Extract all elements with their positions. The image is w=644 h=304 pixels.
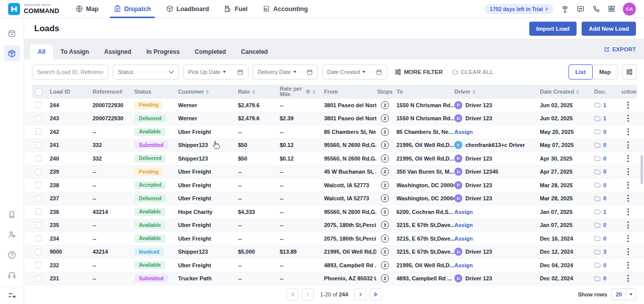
import-load-button[interactable]: Import Load bbox=[529, 22, 577, 36]
rows-per-page-select[interactable]: 20 bbox=[611, 288, 636, 300]
row-actions-menu-button[interactable] bbox=[624, 113, 632, 123]
delivery-date-filter[interactable]: Delivery Date bbox=[253, 64, 318, 80]
row-actions-menu-button[interactable] bbox=[624, 273, 632, 283]
driver-name-link[interactable]: Assign bbox=[454, 262, 473, 268]
chat-icon[interactable] bbox=[577, 5, 585, 13]
last-page-button[interactable] bbox=[370, 288, 382, 300]
sidebar-collapse-toggle[interactable] bbox=[0, 287, 24, 304]
driver-name-link[interactable]: Driver 123 bbox=[465, 195, 492, 201]
previous-page-button[interactable] bbox=[302, 288, 314, 300]
table-scrollbar[interactable] bbox=[640, 155, 643, 184]
load-row[interactable]: 237 -- Delivered Uber Freight -- -- Walc… bbox=[24, 192, 644, 206]
load-row[interactable]: 9000 43214 Invoiced Shipper123 $5,000 $1… bbox=[24, 246, 644, 259]
tab-in-progress[interactable]: In Progress bbox=[139, 44, 187, 59]
sidebar-item-support[interactable] bbox=[4, 267, 20, 283]
load-row[interactable]: 243 2000722930 Delivered Werner $2,479.6… bbox=[24, 112, 644, 126]
view-list-button[interactable]: List bbox=[569, 64, 593, 80]
load-row[interactable]: 234 -- Available Uber Freight -- -- 2075… bbox=[24, 232, 644, 246]
nav-item-loadboard[interactable]: Loadboard bbox=[166, 0, 209, 18]
row-checkbox[interactable] bbox=[35, 155, 42, 162]
brand[interactable]: TRUCKER PATH COMMAND bbox=[0, 3, 69, 15]
tab-to-assign[interactable]: To Assign bbox=[53, 44, 97, 59]
row-actions-menu-button[interactable] bbox=[624, 180, 632, 190]
date-created-filter[interactable]: Date Created bbox=[322, 64, 387, 80]
doc-count-link[interactable]: 1 bbox=[603, 115, 606, 121]
nav-item-dispatch[interactable]: Dispatch bbox=[114, 0, 151, 18]
select-all-checkbox[interactable] bbox=[35, 89, 42, 95]
apps-grid-icon[interactable] bbox=[608, 5, 615, 13]
driver-name-link[interactable]: chenfrank613+c Driver bbox=[465, 142, 525, 148]
sidebar-item-drivers[interactable] bbox=[4, 226, 20, 243]
user-avatar[interactable]: CA bbox=[623, 3, 636, 16]
nav-item-fuel[interactable]: Fuel bbox=[224, 0, 248, 18]
row-checkbox[interactable] bbox=[35, 102, 42, 108]
sidebar-item-schedule[interactable] bbox=[4, 25, 20, 41]
load-row[interactable]: 232 -- Available Uber Freight -- -- 4893… bbox=[24, 259, 644, 272]
driver-name-link[interactable]: Assign bbox=[454, 209, 473, 215]
row-actions-menu-button[interactable] bbox=[624, 220, 632, 230]
column-header-customer[interactable]: Customer bbox=[178, 89, 238, 95]
nav-item-map[interactable]: Map bbox=[75, 0, 99, 18]
load-row[interactable]: 239 -- Pending Uber Freight -- -- 45 W B… bbox=[24, 166, 644, 179]
doc-count-link[interactable]: 1 bbox=[603, 102, 606, 108]
doc-count-link[interactable]: 0 bbox=[603, 142, 606, 148]
phone-icon[interactable] bbox=[592, 5, 600, 13]
driver-name-link[interactable]: Driver 12345 bbox=[465, 169, 498, 175]
first-page-button[interactable] bbox=[286, 288, 298, 300]
column-header-driver[interactable]: Driver bbox=[454, 89, 540, 95]
row-checkbox[interactable] bbox=[35, 142, 42, 148]
row-actions-menu-button[interactable] bbox=[624, 260, 632, 270]
driver-name-link[interactable]: Assign bbox=[454, 222, 473, 228]
view-map-button[interactable]: Map bbox=[592, 64, 618, 80]
tab-all[interactable]: All bbox=[30, 44, 53, 59]
row-actions-menu-button[interactable] bbox=[624, 193, 632, 203]
driver-name-link[interactable]: Driver 123 bbox=[465, 102, 492, 108]
load-row[interactable]: 241 332 Submitted Shipper123 $50 $0.12 9… bbox=[24, 139, 644, 153]
doc-count-link[interactable]: 3 bbox=[603, 249, 606, 255]
tab-assigned[interactable]: Assigned bbox=[97, 44, 139, 59]
column-header-date-created[interactable]: Date Created bbox=[540, 89, 594, 95]
row-checkbox[interactable] bbox=[35, 115, 42, 122]
load-row[interactable]: 235 -- Available Uber Freight -- -- 2075… bbox=[24, 219, 644, 233]
row-checkbox[interactable] bbox=[35, 169, 42, 175]
load-row[interactable]: 238 -- Accepted Uber Freight -- -- Walco… bbox=[24, 179, 644, 192]
row-actions-menu-button[interactable] bbox=[624, 127, 632, 137]
driver-name-link[interactable]: Driver 123 bbox=[465, 115, 492, 121]
signpost-icon[interactable] bbox=[561, 5, 569, 13]
doc-count-link[interactable]: 0 bbox=[603, 129, 606, 135]
doc-count-link[interactable]: 0 bbox=[603, 222, 606, 228]
next-page-button[interactable] bbox=[354, 288, 366, 300]
row-actions-menu-button[interactable] bbox=[624, 247, 632, 257]
row-checkbox[interactable] bbox=[35, 208, 42, 215]
nav-item-accounting[interactable]: Accounting bbox=[263, 0, 308, 18]
status-filter-select[interactable]: Status bbox=[113, 64, 179, 80]
driver-name-link[interactable]: Driver 123 bbox=[465, 249, 492, 255]
row-actions-menu-button[interactable] bbox=[624, 167, 632, 177]
row-actions-menu-button[interactable] bbox=[624, 234, 632, 244]
clear-all-button[interactable]: CLEAR ALL bbox=[452, 69, 494, 75]
sidebar-item-help[interactable] bbox=[4, 247, 20, 263]
row-checkbox[interactable] bbox=[35, 222, 42, 229]
doc-count-link[interactable]: 0 bbox=[603, 156, 606, 162]
row-checkbox[interactable] bbox=[35, 182, 42, 188]
doc-count-link[interactable]: 0 bbox=[603, 262, 606, 268]
row-actions-menu-button[interactable] bbox=[624, 207, 632, 217]
row-actions-menu-button[interactable] bbox=[624, 154, 632, 164]
column-header-rate-per-mile[interactable]: Rate per Mile bbox=[280, 86, 324, 97]
row-checkbox[interactable] bbox=[35, 235, 42, 242]
load-row[interactable]: 231 -- Submitted Trucker Path -- -- Phoe… bbox=[24, 272, 644, 286]
driver-name-link[interactable]: Driver 123 bbox=[465, 182, 492, 188]
pickup-date-filter[interactable]: Pick Up Date bbox=[183, 64, 249, 80]
add-new-load-button[interactable]: Add New Load bbox=[582, 22, 636, 36]
row-checkbox[interactable] bbox=[35, 262, 42, 268]
row-checkbox[interactable] bbox=[35, 195, 42, 202]
doc-count-link[interactable]: 1 bbox=[603, 209, 606, 215]
more-filter-button[interactable]: MORE FILTER bbox=[394, 69, 443, 75]
load-row[interactable]: 242 -- Available Uber Freight -- -- 85 C… bbox=[24, 125, 644, 139]
export-button[interactable]: EXPORT bbox=[604, 46, 636, 52]
driver-name-link[interactable]: Driver 123 bbox=[465, 275, 492, 281]
row-checkbox[interactable] bbox=[35, 275, 42, 282]
load-row[interactable]: 244 2000722930 Pending Werner $2,479.6 -… bbox=[24, 99, 644, 112]
doc-count-link[interactable]: 0 bbox=[603, 275, 606, 281]
row-checkbox[interactable] bbox=[35, 249, 42, 255]
